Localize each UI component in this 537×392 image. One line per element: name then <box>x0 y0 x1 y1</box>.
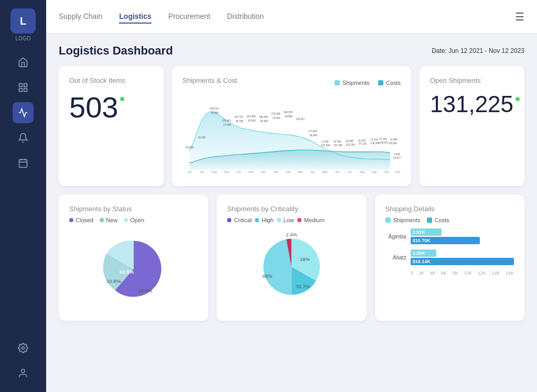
nav-links: Supply Chain Logistics Procurement Distr… <box>59 10 515 24</box>
bar-agimba-ship: 1.51K <box>411 228 442 236</box>
shipping-details-card: Shipping Details Shipments Costs Ag <box>375 194 524 321</box>
svg-point-9 <box>22 369 25 373</box>
out-of-stock-value: 503 <box>69 93 118 122</box>
sidebar-item-profile[interactable] <box>13 363 34 384</box>
svg-text:245,927: 245,927 <box>296 118 305 121</box>
bar-chart-area: Agimba 1.51K $10.70K Abatz <box>385 228 514 265</box>
legend-high: High <box>255 217 274 223</box>
criticality-legend: Critical High Low Medium <box>227 217 356 223</box>
open-shipments-title: Open Shipments <box>430 77 514 84</box>
svg-text:Nov: Nov <box>395 170 401 173</box>
svg-rect-4 <box>19 159 27 167</box>
sidebar-item-notifications[interactable] <box>13 127 34 148</box>
nav-supply-chain[interactable]: Supply Chain <box>59 10 102 24</box>
legend-cost: Costs <box>427 217 449 223</box>
svg-rect-0 <box>19 84 23 87</box>
sidebar-bottom <box>13 337 34 384</box>
svg-point-8 <box>22 347 25 350</box>
svg-text:10.85K: 10.85K <box>346 140 354 143</box>
svg-text:Dec: Dec <box>261 170 266 173</box>
out-of-stock-title: Out of Stock Items <box>69 77 153 84</box>
dashboard-header: Logistics Dashboard Date: Jun 12 2021 - … <box>59 44 524 58</box>
sidebar-item-chart[interactable] <box>13 102 34 123</box>
dot-closed <box>69 218 73 222</box>
sidebar-item-calendar[interactable] <box>13 153 34 173</box>
svg-text:278,481: 278,481 <box>222 119 231 122</box>
status-legend: Closed New Open <box>69 217 198 223</box>
svg-text:102,768: 102,768 <box>346 144 355 146</box>
status-pie-chart: 62.5% 10.8% 26.6% <box>69 230 198 308</box>
criticality-title: Shipments by Criticality <box>227 205 356 213</box>
open-shipments-value: 131,225 <box>430 93 513 116</box>
logo-letter: L <box>20 15 26 27</box>
svg-text:28.40K: 28.40K <box>260 120 268 123</box>
svg-text:Jul: Jul <box>348 170 351 173</box>
svg-text:Mar: Mar <box>298 170 303 173</box>
svg-text:48%: 48% <box>262 274 273 279</box>
sidebar-item-settings[interactable] <box>13 337 34 358</box>
date-label: Date: <box>432 47 447 55</box>
chart-header: Shipments & Cost Shipments Costs <box>182 77 401 89</box>
legend-closed: Closed <box>69 217 93 223</box>
line-chart-svg: 154,602 16.35K 345,244 35.86K 278,481 27… <box>182 93 401 173</box>
svg-text:23.52K: 23.52K <box>273 117 281 119</box>
nav-distribution[interactable]: Distribution <box>227 10 264 24</box>
svg-text:29.88K: 29.88K <box>285 115 293 118</box>
dot-high <box>255 218 259 222</box>
bar-label-abatz: Abatz <box>385 255 406 260</box>
svg-rect-3 <box>19 89 23 92</box>
svg-text:279,599: 279,599 <box>271 113 280 115</box>
nav-procurement[interactable]: Procurement <box>168 10 210 24</box>
svg-text:26.09K: 26.09K <box>309 134 318 137</box>
svg-text:97,120: 97,120 <box>359 143 367 145</box>
main-content: Supply Chain Logistics Procurement Distr… <box>46 0 537 392</box>
svg-text:Nov: Nov <box>249 170 254 173</box>
svg-text:Aug: Aug <box>212 170 217 173</box>
svg-text:42,977: 42,977 <box>393 157 401 159</box>
date-value: Jun 12 2021 - Nov 12 2023 <box>448 47 524 55</box>
legend-dot-shipments <box>335 80 340 85</box>
bar-row-agimba: Agimba 1.51K $10.70K <box>385 228 514 244</box>
logo-box: L <box>10 8 36 34</box>
svg-text:154,602: 154,602 <box>185 146 194 149</box>
chart-legend: Shipments Costs <box>335 80 401 86</box>
bars-agimba: 1.51K $10.70K <box>411 228 514 244</box>
svg-text:297,737: 297,737 <box>234 116 243 118</box>
chart-title: Shipments & Cost <box>182 77 237 84</box>
svg-text:105,567: 105,567 <box>379 141 388 144</box>
svg-text:29.78K: 29.78K <box>235 120 244 123</box>
bar-row-abatz: Abatz 1.28K $16.14K <box>385 249 514 265</box>
svg-text:Jul: Jul <box>200 170 203 173</box>
logo-text: LOGO <box>16 36 31 41</box>
bars-abatz: 1.28K $16.14K <box>411 249 514 265</box>
svg-text:3.42K: 3.42K <box>394 153 401 156</box>
criticality-card: Shipments by Criticality Critical High L… <box>217 194 366 321</box>
menu-icon[interactable]: ☰ <box>515 10 524 23</box>
bar-abatz-ship: 1.28K <box>411 249 436 257</box>
svg-text:11.11K: 11.11K <box>370 138 379 141</box>
bottom-row: Shipments by Status Closed New Open <box>59 194 524 321</box>
dot-new <box>100 218 104 222</box>
svg-text:Sep: Sep <box>224 170 229 173</box>
sidebar-item-grid[interactable] <box>13 77 34 98</box>
sidebar-item-home[interactable] <box>13 52 34 73</box>
dot-cost <box>427 217 432 223</box>
legend-critical: Critical <box>227 217 252 223</box>
svg-text:173,964: 173,964 <box>308 130 317 133</box>
svg-text:105,991: 105,991 <box>389 142 398 145</box>
nav-logistics[interactable]: Logistics <box>119 10 151 24</box>
legend-shipments: Shipments <box>335 80 370 86</box>
legend-costs: Costs <box>378 80 401 86</box>
bar-x-axis: 0 2K 4K 6K 8K 10K 12K 14K 16K <box>385 270 514 276</box>
legend-new: New <box>100 217 117 223</box>
criticality-pie-chart: 18% 31.7% 48% 2.4% <box>227 227 356 306</box>
bar-agimba-cost: $10.70K <box>411 237 480 244</box>
svg-rect-2 <box>24 89 27 92</box>
legend-dot-costs <box>378 80 383 85</box>
svg-text:35.82K: 35.82K <box>248 119 256 122</box>
svg-text:108,349: 108,349 <box>371 142 380 145</box>
svg-text:12.16K: 12.16K <box>379 138 388 140</box>
svg-text:18%: 18% <box>300 257 310 263</box>
shipping-legend: Shipments Costs <box>385 217 514 223</box>
shipping-title: Shipping Details <box>385 205 514 213</box>
